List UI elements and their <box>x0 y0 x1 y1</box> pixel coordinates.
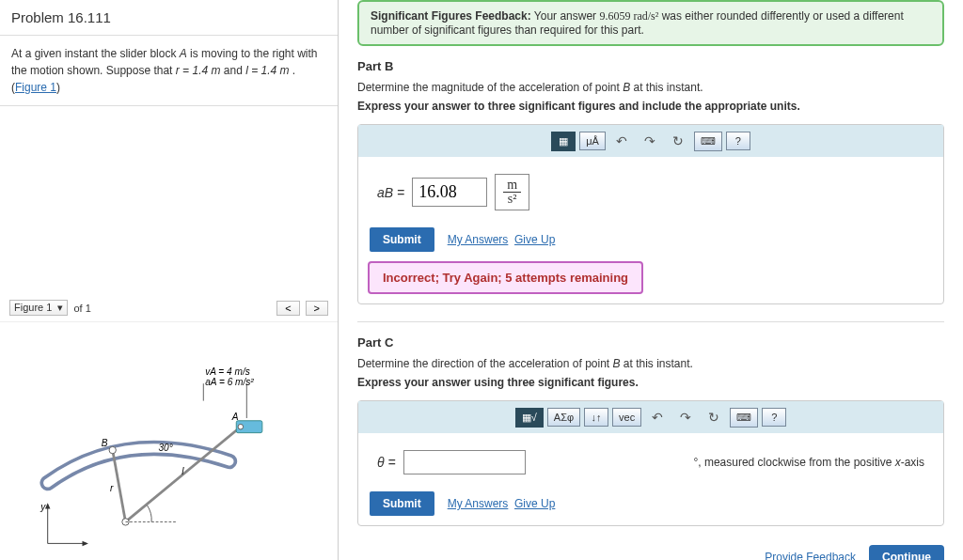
figure-select[interactable]: Figure 1 ▾ <box>9 300 68 316</box>
right-panel: Significant Figures Feedback: Your answe… <box>339 0 963 560</box>
part-c-my-answers-link[interactable]: My Answers <box>448 497 509 510</box>
problem-title: Problem 16.111 <box>11 9 326 25</box>
part-b-answer-box: ▦ μÅ ↶ ↷ ↻ ⌨ ? aB = m s² Submit My Answe… <box>357 124 944 304</box>
sig-figs-feedback: Significant Figures Feedback: Your answe… <box>357 0 944 46</box>
help-button[interactable]: ? <box>726 132 750 150</box>
part-b-submit-button[interactable]: Submit <box>370 227 434 252</box>
svg-line-1 <box>113 450 126 521</box>
problem-header: Problem 16.111 <box>0 0 338 36</box>
problem-description: At a given instant the slider block A is… <box>0 36 338 106</box>
part-c-answer-row: θ = °, measured clockwise from the posit… <box>358 433 943 491</box>
templates-button[interactable]: ▦√ <box>515 408 544 428</box>
templates-button[interactable]: ▦ <box>551 132 576 151</box>
part-b-instruction: Determine the magnitude of the accelerat… <box>357 81 944 94</box>
part-c-submit-button[interactable]: Submit <box>370 491 434 516</box>
figure-prev-button[interactable]: < <box>276 301 299 316</box>
part-c-give-up-link[interactable]: Give Up <box>514 497 555 510</box>
theta-value-input[interactable] <box>403 450 526 474</box>
figure-next-button[interactable]: > <box>306 301 328 316</box>
keyboard-button[interactable]: ⌨ <box>694 132 722 151</box>
part-c-answer-box: ▦√ ΑΣφ ↓↑ vec ↶ ↷ ↻ ⌨ ? θ = °, measured … <box>357 400 944 526</box>
svg-text:30°: 30° <box>158 443 172 453</box>
part-b-incorrect-msg: Incorrect; Try Again; 5 attempts remaini… <box>368 261 643 294</box>
aB-label: aB = <box>377 185 404 200</box>
svg-text:y: y <box>39 502 46 512</box>
figure-area: vA = 4 m/s aA = 6 m/s² 30° B A l r y x <box>0 322 338 557</box>
reset-button[interactable]: ↻ <box>702 407 726 428</box>
updown-button[interactable]: ↓↑ <box>584 408 608 427</box>
svg-point-4 <box>109 446 116 453</box>
reset-button[interactable]: ↻ <box>666 131 690 151</box>
part-c-note: °, measured clockwise from the positive … <box>693 456 924 469</box>
undo-button[interactable]: ↶ <box>609 131 634 151</box>
redo-button[interactable]: ↷ <box>638 131 662 151</box>
svg-text:B: B <box>102 438 108 448</box>
part-c-title: Part C <box>357 335 944 350</box>
vec-button[interactable]: vec <box>612 408 641 427</box>
svg-marker-10 <box>83 541 88 547</box>
theta-label: θ = <box>377 455 396 470</box>
part-b-answer-row: aB = m s² <box>358 157 943 227</box>
bottom-row: Provide Feedback Continue <box>357 545 944 560</box>
part-b-submit-row: Submit My Answers Give Up <box>358 227 943 261</box>
figure-link[interactable]: Figure 1 <box>15 81 56 94</box>
redo-button[interactable]: ↷ <box>673 407 698 428</box>
part-b: Part B Determine the magnitude of the ac… <box>357 59 944 304</box>
svg-text:r: r <box>110 483 114 493</box>
left-panel: Problem 16.111 At a given instant the sl… <box>0 0 339 560</box>
svg-text:A: A <box>231 412 239 422</box>
continue-button[interactable]: Continue <box>869 545 944 560</box>
keyboard-button[interactable]: ⌨ <box>730 408 758 428</box>
part-c-submit-row: Submit My Answers Give Up <box>358 491 943 525</box>
svg-text:x: x <box>72 545 79 548</box>
aB-value-input[interactable] <box>412 178 487 207</box>
svg-text:vA = 4 m/s: vA = 4 m/s <box>205 366 250 377</box>
units-button[interactable]: μÅ <box>579 132 606 150</box>
part-b-toolbar: ▦ μÅ ↶ ↷ ↻ ⌨ ? <box>358 125 943 157</box>
part-c: Part C Determine the direction of the ac… <box>357 335 944 526</box>
part-c-instruction: Determine the direction of the accelerat… <box>357 357 944 370</box>
part-b-title: Part B <box>357 59 944 73</box>
provide-feedback-link[interactable]: Provide Feedback <box>765 551 856 560</box>
part-b-my-answers-link[interactable]: My Answers <box>448 233 509 246</box>
figure-diagram: vA = 4 m/s aA = 6 m/s² 30° B A l r y x <box>9 332 328 548</box>
part-c-toolbar: ▦√ ΑΣφ ↓↑ vec ↶ ↷ ↻ ⌨ ? <box>358 401 943 433</box>
part-b-give-up-link[interactable]: Give Up <box>514 233 555 246</box>
svg-point-5 <box>238 424 244 429</box>
part-c-subinstr: Express your answer using three signific… <box>357 376 944 389</box>
undo-button[interactable]: ↶ <box>645 407 670 428</box>
aB-unit-box[interactable]: m s² <box>495 174 529 210</box>
figure-bar: Figure 1 ▾ of 1 < > <box>0 294 338 322</box>
svg-text:aA = 6 m/s²: aA = 6 m/s² <box>205 377 254 387</box>
part-b-subinstr: Express your answer to three significant… <box>357 100 944 113</box>
svg-marker-9 <box>45 503 51 508</box>
help-button[interactable]: ? <box>762 408 786 427</box>
greek-button[interactable]: ΑΣφ <box>547 408 580 427</box>
